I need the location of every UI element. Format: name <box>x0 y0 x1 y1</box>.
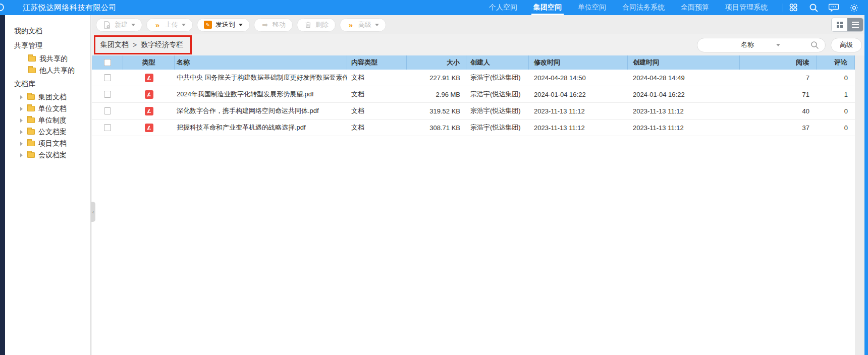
sidebar-item-unit-rules[interactable]: 单位制度 <box>5 114 90 126</box>
pdf-file-icon <box>145 74 153 82</box>
column-size[interactable]: 大小 <box>407 55 466 70</box>
file-reads-count: 40 <box>740 103 817 119</box>
file-size: 308.71 KB <box>407 120 466 136</box>
table-header: 类型 名称 内容类型 大小 创建人 修改时间 创建时间 阅读 评论 <box>92 55 855 70</box>
move-button[interactable]: ➡ 移动 <box>254 18 293 32</box>
column-type[interactable]: 类型 <box>123 55 175 70</box>
column-content-type[interactable]: 内容类型 <box>347 55 407 70</box>
sidebar-item-shared-by-me[interactable]: 我共享的 <box>5 53 90 65</box>
breadcrumb-row: 集团文档 > 数字经济专栏 名称 高级 <box>92 34 868 55</box>
file-modified-time: 2024-01-04 16:22 <box>529 86 628 102</box>
message-icon[interactable] <box>829 3 839 13</box>
grid-view-button[interactable] <box>832 18 847 31</box>
row-checkbox[interactable] <box>104 74 111 81</box>
folder-icon <box>27 94 35 100</box>
topnav-item[interactable]: 单位空间 <box>570 0 614 15</box>
file-creator: 宗浩宇(悦达集团) <box>466 103 529 119</box>
upload-button[interactable]: » 上传 <box>146 18 193 32</box>
sidebar-item-group-documents[interactable]: 集团文档 <box>5 91 90 103</box>
search-icon[interactable] <box>808 3 819 13</box>
new-button[interactable]: 新建 <box>96 18 142 32</box>
sidebar-item-shared-by-others[interactable]: 他人共享的 <box>5 65 90 76</box>
sidebar-item-document-library[interactable]: 文档库 <box>5 78 90 90</box>
folder-icon <box>27 141 35 146</box>
content-area: 新建 » 上传 ✎ 发送到 ➡ 移动 删除 <box>91 15 868 355</box>
table-row[interactable]: 2024年我国制造业数字化转型发展形势展望.pdf 文档 2.96 MB 宗浩宇… <box>92 86 855 103</box>
breadcrumb-parent[interactable]: 集团文档 <box>100 40 129 49</box>
apps-icon[interactable] <box>788 3 798 13</box>
topbar-divider <box>783 4 783 12</box>
column-comments[interactable]: 评论 <box>817 55 855 70</box>
sidebar: 我的文档 共享管理 我共享的 他人共享的 文档库 集团文档 单位文档 <box>5 15 91 355</box>
file-name[interactable]: 中共中央 国务院关于构建数据基础制度更好发挥数据要素作用的意见.pdf <box>175 70 347 86</box>
column-reads[interactable]: 阅读 <box>740 55 817 70</box>
selector-caret-icon[interactable] <box>776 44 780 46</box>
file-comments-count: 1 <box>817 86 855 102</box>
file-name[interactable]: 深化数字合作，携手构建网络空间命运共同体.pdf <box>175 103 347 119</box>
topnav-item[interactable]: 合同法务系统 <box>614 0 673 15</box>
row-checkbox[interactable] <box>104 107 111 114</box>
search-box[interactable]: 名称 <box>697 38 826 52</box>
row-checkbox[interactable] <box>104 91 111 98</box>
folder-icon <box>27 106 35 111</box>
file-modified-time: 2023-11-13 11:12 <box>529 103 628 119</box>
file-reads-count: 71 <box>740 86 817 102</box>
topnav-item[interactable]: 个人空间 <box>481 0 525 15</box>
settings-icon[interactable] <box>849 3 859 13</box>
column-created-time[interactable]: 创建时间 <box>628 55 740 70</box>
expand-arrow-icon[interactable] <box>20 107 23 111</box>
file-created-time: 2024-04-28 14:49 <box>628 70 740 86</box>
file-content-type: 文档 <box>347 70 407 86</box>
expand-arrow-icon[interactable] <box>20 153 23 157</box>
move-arrow-icon: ➡ <box>261 21 269 29</box>
expand-arrow-icon[interactable] <box>20 119 23 123</box>
sidebar-item-project-documents[interactable]: 项目文档 <box>5 138 90 149</box>
file-comments-count: 0 <box>817 103 855 119</box>
file-creator: 宗浩宇(悦达集团) <box>466 86 529 102</box>
search-field-selector[interactable]: 名称 <box>741 40 754 49</box>
sidebar-collapse-handle[interactable]: ‹ <box>91 202 95 222</box>
dropdown-caret-icon <box>182 24 186 26</box>
table-row[interactable]: 中共中央 国务院关于构建数据基础制度更好发挥数据要素作用的意见.pdf 文档 2… <box>92 70 855 86</box>
file-reads-count: 7 <box>740 70 817 86</box>
sidebar-item-meeting-archives[interactable]: 会议档案 <box>5 149 90 161</box>
sidebar-item-official-archives[interactable]: 公文档案 <box>5 126 90 138</box>
folder-icon <box>28 68 36 73</box>
topnav-item[interactable]: 集团空间 <box>525 0 570 15</box>
file-size: 2.96 MB <box>407 86 466 102</box>
send-to-button[interactable]: ✎ 发送到 <box>197 18 250 32</box>
column-creator[interactable]: 创建人 <box>466 55 529 70</box>
column-name[interactable]: 名称 <box>175 55 347 70</box>
grid-view-icon <box>837 22 843 28</box>
row-checkbox[interactable] <box>104 124 111 131</box>
view-toggle <box>832 18 863 31</box>
logo-icon <box>0 4 4 11</box>
file-modified-time: 2024-04-28 14:50 <box>529 70 628 86</box>
table-row[interactable]: 深化数字合作，携手构建网络空间命运共同体.pdf 文档 319.52 KB 宗浩… <box>92 103 855 120</box>
column-modified-time[interactable]: 修改时间 <box>529 55 628 70</box>
folder-icon <box>27 129 35 135</box>
advanced-toolbar-button[interactable]: » 高级 <box>340 18 386 32</box>
select-all-checkbox[interactable] <box>104 59 111 66</box>
expand-arrow-icon[interactable] <box>20 130 23 134</box>
topnav-item[interactable]: 全面预算 <box>673 0 717 15</box>
table-row[interactable]: 把握科技革命和产业变革机遇的战略选择.pdf 文档 308.71 KB 宗浩宇(… <box>92 120 855 136</box>
list-view-button[interactable] <box>847 18 863 31</box>
file-creator: 宗浩宇(悦达集团) <box>466 70 529 86</box>
sidebar-item-my-documents[interactable]: 我的文档 <box>5 25 90 37</box>
advanced-search-button[interactable]: 高级 <box>831 38 862 52</box>
search-submit-icon[interactable] <box>810 41 819 49</box>
dropdown-caret-icon <box>375 24 379 26</box>
expand-arrow-icon[interactable] <box>20 142 23 146</box>
top-nav: 个人空间 集团空间 单位空间 合同法务系统 全面预算 项目管理系统 <box>481 0 776 15</box>
expand-arrow-icon[interactable] <box>20 95 23 99</box>
file-reads-count: 37 <box>740 120 817 136</box>
file-name[interactable]: 把握科技革命和产业变革机遇的战略选择.pdf <box>175 120 347 136</box>
top-bar: 江苏悦达网络科技有限公司 个人空间 集团空间 单位空间 合同法务系统 全面预算 … <box>0 0 868 15</box>
pdf-file-icon <box>145 90 153 99</box>
file-name[interactable]: 2024年我国制造业数字化转型发展形势展望.pdf <box>175 86 347 102</box>
delete-button[interactable]: 删除 <box>297 18 336 32</box>
sidebar-item-unit-documents[interactable]: 单位文档 <box>5 103 90 114</box>
sidebar-item-share-management[interactable]: 共享管理 <box>5 40 90 51</box>
topnav-item[interactable]: 项目管理系统 <box>717 0 776 15</box>
